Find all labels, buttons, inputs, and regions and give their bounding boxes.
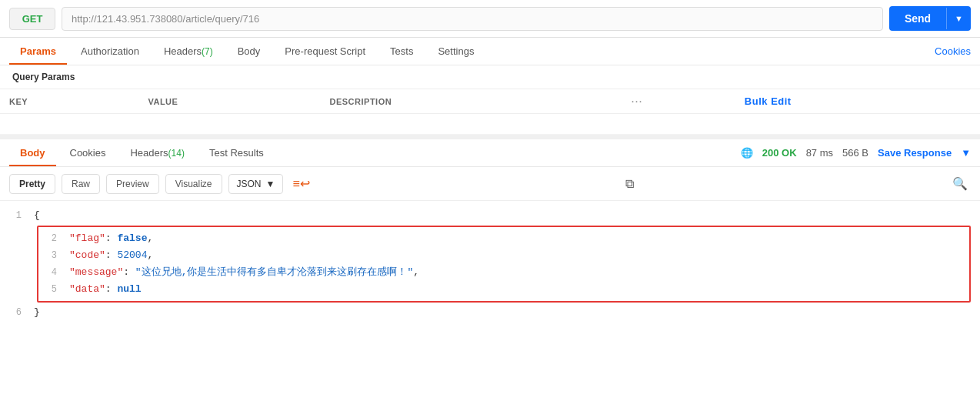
globe-icon: 🌐 <box>741 147 753 159</box>
response-size: 566 B <box>842 147 868 159</box>
tab-cookies[interactable]: Cookies <box>935 45 971 57</box>
tab-settings[interactable]: Settings <box>427 38 485 65</box>
format-preview-button[interactable]: Preview <box>106 174 159 194</box>
tab-authorization[interactable]: Authorization <box>70 38 150 65</box>
format-raw-button[interactable]: Raw <box>62 174 100 194</box>
tab-tests[interactable]: Tests <box>379 38 424 65</box>
response-meta: 🌐 200 OK 87 ms 566 B Save Response ▼ <box>741 147 971 159</box>
method-badge[interactable]: GET <box>9 8 55 30</box>
response-body: 1 { 2 "flag": false, 3 "code": 52004, 4 … <box>0 201 980 327</box>
copy-icon[interactable]: ⧉ <box>622 174 637 194</box>
code-line-1: 1 { <box>0 207 980 224</box>
code-line-5: 5 "data": null <box>45 281 963 298</box>
table-row <box>0 114 980 135</box>
code-line-2: 2 "flag": false, <box>45 230 963 247</box>
params-table: KEY VALUE DESCRIPTION ··· Bulk Edit <box>0 89 980 135</box>
query-params-header: Query Params <box>0 65 980 89</box>
format-dropdown-icon: ▼ <box>266 179 275 189</box>
status-badge: 200 OK <box>762 147 797 159</box>
json-response-block: 2 "flag": false, 3 "code": 52004, 4 "mes… <box>37 226 971 303</box>
format-bar: Pretty Raw Preview Visualize JSON ▼ ≡↩ ⧉… <box>0 167 980 201</box>
resp-tab-test-results[interactable]: Test Results <box>198 139 275 166</box>
save-response-arrow[interactable]: ▼ <box>961 147 971 159</box>
response-tabs-row: Body Cookies Headers(14) Test Results 🌐 … <box>0 139 980 167</box>
format-pretty-button[interactable]: Pretty <box>9 174 55 194</box>
top-bar: GET Send ▼ <box>0 0 980 38</box>
send-label: Send <box>889 6 946 31</box>
wrap-icon[interactable]: ≡↩ <box>292 176 309 191</box>
code-line-6: 6 } <box>0 304 980 321</box>
search-icon[interactable]: 🔍 <box>949 173 971 194</box>
tab-headers[interactable]: Headers(7) <box>153 38 224 65</box>
resp-tab-cookies[interactable]: Cookies <box>59 139 117 166</box>
resp-tab-headers[interactable]: Headers(14) <box>119 139 195 166</box>
send-button[interactable]: Send ▼ <box>889 6 971 31</box>
code-line-4: 4 "message": "这位兄地,你是生活中得有多自卑才沦落到来这刷存在感啊… <box>45 264 963 281</box>
request-tabs-row: Params Authorization Headers(7) Body Pre… <box>0 38 980 65</box>
url-input[interactable] <box>62 7 883 31</box>
tab-body[interactable]: Body <box>227 38 272 65</box>
col-more: ··· <box>622 89 735 114</box>
col-value: VALUE <box>138 89 320 114</box>
json-format-select[interactable]: JSON ▼ <box>228 174 284 194</box>
col-description: DESCRIPTION <box>321 89 623 114</box>
resp-tab-body[interactable]: Body <box>9 139 56 166</box>
code-line-3: 3 "code": 52004, <box>45 247 963 264</box>
send-dropdown-arrow[interactable]: ▼ <box>946 8 971 29</box>
format-visualize-button[interactable]: Visualize <box>165 174 222 194</box>
save-response-button[interactable]: Save Response <box>878 147 952 159</box>
tab-params[interactable]: Params <box>9 38 67 65</box>
tab-pre-request[interactable]: Pre-request Script <box>274 38 376 65</box>
response-time: 87 ms <box>806 147 833 159</box>
bulk-edit-button[interactable]: Bulk Edit <box>745 95 792 107</box>
col-key: KEY <box>0 89 138 114</box>
